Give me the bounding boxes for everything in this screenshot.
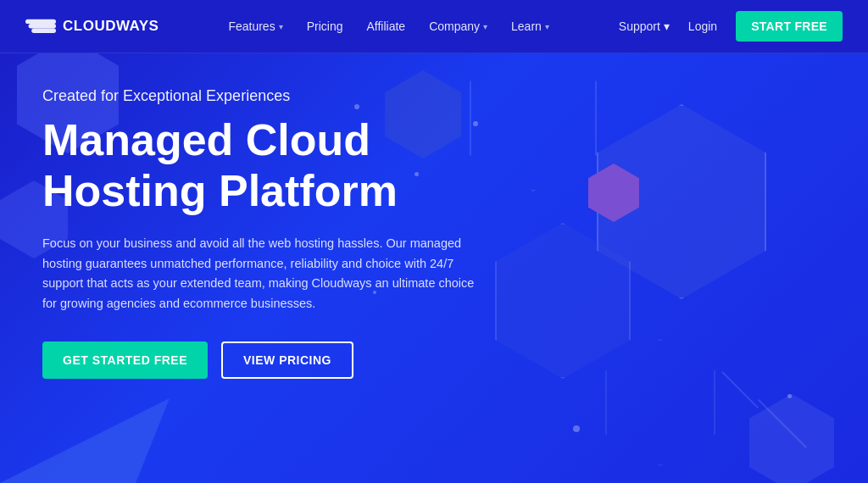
chevron-down-icon: ▾ bbox=[483, 22, 487, 31]
hero-title: Managed Cloud Hosting Platform bbox=[42, 115, 492, 217]
hero-description: Focus on your business and avoid all the… bbox=[42, 234, 492, 315]
hex-deco-4 bbox=[495, 223, 631, 379]
hero-section: Created for Exceptional Experiences Mana… bbox=[0, 53, 868, 483]
cloud-icon bbox=[25, 14, 56, 39]
nav-item-features[interactable]: Features ▾ bbox=[218, 14, 292, 38]
nav-item-company[interactable]: Company ▾ bbox=[419, 14, 498, 38]
nav-item-affiliate[interactable]: Affiliate bbox=[356, 14, 415, 38]
login-button[interactable]: Login bbox=[676, 14, 729, 38]
dot-deco-6 bbox=[787, 394, 792, 398]
hex-deco-7 bbox=[588, 164, 639, 222]
nav-item-pricing[interactable]: Pricing bbox=[297, 14, 353, 38]
hex-deco-8 bbox=[605, 339, 715, 466]
line-deco-1 bbox=[758, 399, 807, 448]
hex-deco-3 bbox=[597, 104, 766, 299]
dot-deco-5 bbox=[573, 425, 580, 432]
view-pricing-button[interactable]: VIEW PRICING bbox=[221, 341, 353, 379]
support-button[interactable]: Support ▾ bbox=[619, 19, 670, 33]
svg-rect-2 bbox=[31, 28, 56, 32]
svg-rect-0 bbox=[25, 19, 56, 23]
hex-deco-6 bbox=[749, 394, 834, 483]
hero-title-line2: Hosting Platform bbox=[42, 166, 398, 215]
nav-links: Features ▾ Pricing Affiliate Company ▾ L… bbox=[218, 14, 559, 38]
svg-rect-1 bbox=[29, 24, 56, 28]
chevron-down-icon: ▾ bbox=[664, 19, 670, 33]
line-deco-2 bbox=[721, 371, 759, 408]
navbar: CLOUDWAYS Features ▾ Pricing Affiliate C… bbox=[0, 0, 868, 53]
brand-logo[interactable]: CLOUDWAYS bbox=[25, 14, 159, 39]
hero-cta-buttons: GET STARTED FREE VIEW PRICING bbox=[42, 341, 492, 379]
chevron-down-icon: ▾ bbox=[279, 22, 283, 31]
nav-item-learn[interactable]: Learn ▾ bbox=[501, 14, 559, 38]
hero-title-line1: Managed Cloud bbox=[42, 115, 370, 164]
start-free-button[interactable]: START FREE bbox=[736, 11, 843, 42]
nav-right: Support ▾ Login START FREE bbox=[619, 11, 843, 42]
chevron-down-icon: ▾ bbox=[545, 22, 549, 31]
hero-content: Created for Exceptional Experiences Mana… bbox=[42, 87, 492, 379]
get-started-button[interactable]: GET STARTED FREE bbox=[42, 341, 208, 379]
brand-name: CLOUDWAYS bbox=[63, 18, 159, 35]
hero-subtitle: Created for Exceptional Experiences bbox=[42, 87, 492, 105]
